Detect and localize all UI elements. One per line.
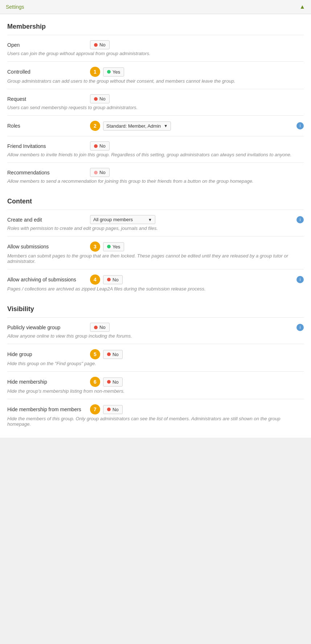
- setting-desc-allow-submissions: Members can submit pages to the group th…: [7, 253, 304, 264]
- setting-label-hide-membership-from-members: Hide membership from members: [7, 406, 87, 412]
- info-icon-roles[interactable]: i: [296, 122, 304, 129]
- setting-control-controlled: Yes: [103, 67, 124, 77]
- setting-label-hide-group: Hide group: [7, 351, 87, 357]
- toggle-publicly-viewable[interactable]: No: [90, 323, 110, 332]
- toggle-value-hide-membership-from-members: No: [112, 407, 119, 412]
- setting-row-left-recommendations: RecommendationsNo: [7, 168, 304, 177]
- toggle-recommendations[interactable]: No: [90, 168, 110, 177]
- toggle-value-allow-archiving: No: [112, 277, 119, 282]
- setting-label-roles: Roles: [7, 123, 87, 129]
- setting-label-recommendations: Recommendations: [7, 170, 87, 176]
- toggle-value-open: No: [99, 42, 106, 48]
- setting-control-create-and-edit: All group members ▼: [90, 215, 155, 224]
- select-roles[interactable]: Standard: Member, Admin ▼: [103, 121, 171, 131]
- setting-label-friend-invitations: Friend Invitations: [7, 143, 87, 149]
- select-value-roles: Standard: Member, Admin: [106, 123, 161, 129]
- setting-row-inner-recommendations: RecommendationsNo: [7, 168, 304, 177]
- setting-label-create-and-edit: Create and edit: [7, 217, 87, 223]
- setting-row-controlled: Controlled1YesGroup administrators can a…: [7, 61, 304, 89]
- setting-desc-create-and-edit: Roles with permission to create and edit…: [7, 226, 304, 231]
- setting-row-roles: Roles2Standard: Member, Admin ▼i: [7, 115, 304, 136]
- setting-row-left-hide-membership-from-members: Hide membership from members7No: [7, 404, 304, 414]
- setting-row-create-and-edit: Create and editAll group members ▼iRoles…: [7, 210, 304, 236]
- toggle-hide-group[interactable]: No: [103, 350, 123, 359]
- setting-row-hide-group: Hide group5NoHide this group on the "Fin…: [7, 344, 304, 371]
- setting-row-left-publicly-viewable: Publicly viewable groupNo: [7, 323, 296, 332]
- dot-recommendations: [94, 171, 98, 174]
- setting-row-left-allow-submissions: Allow submissions3Yes: [7, 242, 304, 252]
- select-arrow-icon-create-and-edit: ▼: [148, 218, 152, 222]
- dot-publicly-viewable: [94, 326, 98, 329]
- dot-open: [94, 43, 98, 47]
- setting-desc-hide-membership-from-members: Hide the members of this group. Only gro…: [7, 416, 304, 427]
- setting-row-left-open: OpenNo: [7, 40, 304, 49]
- setting-row-left-allow-archiving: Allow archiving of submissions4No: [7, 274, 296, 285]
- badge-hide-group: 5: [90, 349, 100, 359]
- info-icon-publicly-viewable[interactable]: i: [296, 324, 304, 331]
- dot-allow-submissions: [107, 245, 111, 248]
- select-value-create-and-edit: All group members: [93, 217, 133, 222]
- toggle-value-allow-submissions: Yes: [112, 244, 120, 249]
- setting-control-request: No: [90, 94, 110, 103]
- setting-desc-allow-archiving: Pages / collections are archived as zipp…: [7, 286, 304, 292]
- setting-row-left-create-and-edit: Create and editAll group members ▼: [7, 215, 296, 224]
- section-title-content: Content: [7, 198, 304, 205]
- setting-row-inner-hide-membership-from-members: Hide membership from members7No: [7, 404, 304, 414]
- setting-label-allow-archiving: Allow archiving of submissions: [7, 277, 87, 282]
- dot-allow-archiving: [107, 278, 111, 281]
- setting-row-allow-submissions: Allow submissions3YesMembers can submit …: [7, 236, 304, 269]
- setting-desc-controlled: Group administrators can add users to th…: [7, 78, 304, 84]
- setting-row-left-friend-invitations: Friend InvitationsNo: [7, 141, 304, 150]
- setting-label-controlled: Controlled: [7, 69, 87, 75]
- toggle-value-hide-membership: No: [112, 379, 119, 385]
- dot-hide-group: [107, 352, 111, 356]
- info-icon-allow-archiving[interactable]: i: [296, 276, 304, 283]
- settings-header-title: Settings: [6, 4, 24, 10]
- setting-control-publicly-viewable: No: [90, 323, 110, 332]
- setting-control-allow-submissions: Yes: [103, 242, 124, 251]
- setting-row-hide-membership: Hide membership6NoHide the group's membe…: [7, 371, 304, 399]
- dot-hide-membership: [107, 380, 111, 384]
- setting-label-request: Request: [7, 96, 87, 102]
- toggle-request[interactable]: No: [90, 94, 110, 103]
- setting-control-hide-membership-from-members: No: [103, 405, 123, 414]
- setting-row-publicly-viewable: Publicly viewable groupNoiAllow anyone o…: [7, 317, 304, 344]
- toggle-value-recommendations: No: [99, 170, 106, 175]
- setting-row-inner-create-and-edit: Create and editAll group members ▼i: [7, 215, 304, 224]
- section-title-visibility: Visibility: [7, 305, 304, 313]
- toggle-allow-archiving[interactable]: No: [103, 275, 123, 284]
- toggle-hide-membership-from-members[interactable]: No: [103, 405, 123, 414]
- toggle-value-friend-invitations: No: [99, 143, 106, 149]
- badge-roles: 2: [90, 121, 100, 131]
- setting-label-publicly-viewable: Publicly viewable group: [7, 325, 87, 330]
- setting-row-inner-hide-group: Hide group5No: [7, 349, 304, 359]
- badge-allow-archiving: 4: [90, 274, 100, 285]
- info-icon-create-and-edit[interactable]: i: [296, 216, 304, 223]
- settings-header: Settings ▲: [0, 0, 311, 14]
- select-create-and-edit[interactable]: All group members ▼: [90, 215, 155, 224]
- setting-desc-request: Users can send membership requests to gr…: [7, 105, 304, 110]
- setting-control-hide-membership: No: [103, 377, 123, 387]
- setting-row-inner-friend-invitations: Friend InvitationsNo: [7, 141, 304, 150]
- chevron-up-icon[interactable]: ▲: [299, 4, 305, 10]
- setting-desc-recommendations: Allow members to send a recommendation f…: [7, 178, 304, 184]
- toggle-hide-membership[interactable]: No: [103, 377, 123, 387]
- section-title-membership: Membership: [7, 23, 304, 30]
- setting-row-inner-open: OpenNo: [7, 40, 304, 49]
- setting-control-roles: Standard: Member, Admin ▼: [103, 121, 171, 131]
- setting-desc-publicly-viewable: Allow anyone online to view this group i…: [7, 333, 304, 339]
- setting-desc-open: Users can join the group without approva…: [7, 51, 304, 56]
- setting-desc-friend-invitations: Allow members to invite friends to join …: [7, 152, 304, 157]
- setting-control-allow-archiving: No: [103, 275, 123, 284]
- setting-row-left-request: RequestNo: [7, 94, 304, 103]
- setting-row-inner-controlled: Controlled1Yes: [7, 67, 304, 77]
- setting-row-left-roles: Roles2Standard: Member, Admin ▼: [7, 121, 296, 131]
- toggle-open[interactable]: No: [90, 40, 110, 49]
- toggle-controlled[interactable]: Yes: [103, 67, 124, 77]
- setting-row-inner-allow-archiving: Allow archiving of submissions4Noi: [7, 274, 304, 285]
- toggle-friend-invitations[interactable]: No: [90, 141, 110, 150]
- toggle-allow-submissions[interactable]: Yes: [103, 242, 124, 251]
- setting-row-request: RequestNoUsers can send membership reque…: [7, 89, 304, 115]
- setting-control-open: No: [90, 40, 110, 49]
- badge-controlled: 1: [90, 67, 100, 77]
